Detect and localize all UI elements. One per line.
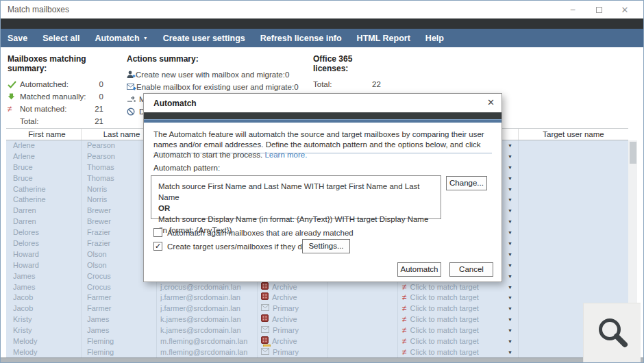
toolbar-item-select-all[interactable]: Select all — [42, 34, 79, 43]
cell-mailbox-type: Archive — [258, 292, 328, 303]
summary-row-enable-mailbox: Enable mailbox for existing user and mig… — [127, 81, 283, 93]
match-target-label: Click to match target — [410, 282, 479, 293]
dialog-description: The Automatch feature will automatch the… — [153, 129, 495, 160]
match-target-label: Click to match target — [410, 292, 479, 303]
cell-email: m.fleming@srcdomain.lan — [157, 347, 258, 358]
automatch-again-checkbox[interactable] — [153, 228, 162, 237]
cell-match-target[interactable]: ≠Click to match target▼ — [398, 292, 519, 303]
not-equal-icon: ≠ — [402, 336, 407, 347]
table-row[interactable]: MelodyFlemingm.fleming@srcdomain.lanPrim… — [6, 347, 628, 358]
summary-row-not-matched: ≠ Not matched: 21 — [8, 103, 103, 115]
create-target-checkbox[interactable]: ✓ — [153, 242, 162, 251]
cancel-button[interactable]: Cancel — [449, 262, 493, 277]
change-button[interactable]: Change... — [446, 176, 487, 190]
mailbox-type-label: Archive — [272, 282, 297, 293]
toolbar-item-create-user-settings[interactable]: Create user settings — [163, 34, 245, 43]
minimize-button[interactable]: – — [560, 1, 586, 18]
match-dropdown-icon[interactable]: ▼ — [508, 154, 512, 160]
summary-row-licenses-total: Total: 22 — [313, 78, 382, 90]
cell-last-name: James — [82, 314, 157, 325]
cell-match-target[interactable]: ≠Click to match target▼ — [398, 314, 519, 325]
match-dropdown-icon[interactable]: ▼ — [508, 219, 512, 225]
match-dropdown-icon[interactable]: ▼ — [508, 230, 512, 236]
cell-target-user-name — [519, 282, 628, 293]
cell-match-target[interactable]: ≠Click to match target▼ — [398, 336, 519, 347]
dialog-close-icon[interactable]: ✕ — [487, 97, 495, 108]
cell-first-name: Jacob — [6, 292, 82, 303]
cell-first-name: Delores — [6, 238, 82, 249]
archive-mailbox-icon — [261, 336, 269, 344]
summary-row-automatched: Automatched: 0 — [8, 78, 103, 90]
match-dropdown-icon[interactable]: ▼ — [508, 176, 512, 182]
mailbox-type-label: Primary — [273, 303, 299, 314]
toolbar-item-refresh-license-info[interactable]: Refresh license info — [260, 34, 342, 43]
scrollbar-thumb[interactable] — [630, 142, 636, 164]
match-dropdown-icon[interactable]: ▼ — [508, 208, 512, 214]
column-header-target-user-name[interactable]: Target user name — [519, 129, 628, 140]
settings-button[interactable]: Settings... — [302, 239, 350, 253]
cell-match-target[interactable]: ≠Click to match target▼ — [398, 282, 519, 293]
match-dropdown-icon[interactable]: ▼ — [508, 295, 512, 301]
cell-email: k.james@srcdomain.lan — [157, 325, 258, 336]
match-dropdown-icon[interactable]: ▼ — [508, 241, 512, 247]
match-dropdown-icon[interactable]: ▼ — [508, 306, 512, 312]
column-header-first-name[interactable]: First name — [6, 129, 82, 140]
toolbar-item-help[interactable]: Help — [425, 34, 444, 43]
table-row[interactable]: KristyJamesk.james@srcdomain.lanArchive≠… — [6, 314, 628, 325]
toolbar-item-html-report[interactable]: HTML Report — [357, 34, 410, 43]
match-dropdown-icon[interactable]: ▼ — [508, 143, 512, 149]
table-row[interactable]: JamesCrocusj.crocus@srcdomain.lanArchive… — [6, 282, 628, 293]
primary-mailbox-icon — [261, 347, 269, 358]
match-dropdown-icon[interactable]: ▼ — [508, 252, 512, 258]
toolbar-item-automatch[interactable]: Automatch▼ — [95, 34, 147, 43]
pattern-or: OR — [158, 203, 434, 214]
cell-last-name: Farmer — [82, 292, 157, 303]
cell-mailbox-type: Archive — [258, 282, 328, 293]
cell-match-target[interactable]: ≠Click to match target▼ — [398, 325, 519, 336]
match-target-label: Click to match target — [410, 303, 479, 314]
table-row[interactable]: KristyJamesk.james@srcdomain.lanPrimary≠… — [6, 325, 628, 336]
table-row[interactable]: JacobFarmerj.farmer@srcdomain.lanPrimary… — [6, 303, 628, 314]
table-row[interactable]: JacobFarmerj.farmer@srcdomain.lanArchive… — [6, 292, 628, 303]
cell-match-target[interactable]: ≠Click to match target▼ — [398, 347, 519, 358]
table-row[interactable]: MelodyFlemingm.fleming@srcdomain.lanArch… — [6, 336, 628, 347]
licenses-summary-title: Office 365 licenses: — [313, 54, 382, 73]
summary-row-create-new-user: Create new user with mailbox and migrate… — [127, 68, 283, 81]
learn-more-link[interactable]: Learn more. — [264, 151, 307, 159]
cell-spacer — [328, 314, 398, 325]
match-dropdown-icon[interactable]: ▼ — [508, 317, 512, 323]
cell-first-name: Catherine — [6, 184, 82, 195]
match-dropdown-icon[interactable]: ▼ — [508, 274, 512, 279]
maximize-button[interactable] — [586, 1, 612, 18]
cell-spacer — [328, 325, 398, 336]
match-dropdown-icon[interactable]: ▼ — [508, 350, 512, 355]
not-equal-icon: ≠ — [402, 282, 407, 293]
matching-summary: Mailboxes matching summary: Automatched:… — [8, 54, 103, 127]
match-dropdown-icon[interactable]: ▼ — [508, 263, 512, 268]
cell-first-name: James — [6, 271, 82, 282]
cell-first-name: Melody — [6, 347, 82, 358]
not-equal-icon: ≠ — [402, 314, 407, 325]
mailbox-type-label: Primary — [273, 347, 299, 358]
titlebar: Match mailboxes – ✕ — [1, 1, 643, 18]
pattern-label: Automatch pattern: — [153, 164, 220, 172]
cell-first-name: Kristy — [6, 314, 82, 325]
match-dropdown-icon[interactable]: ▼ — [508, 328, 512, 334]
match-dropdown-icon[interactable]: ▼ — [508, 165, 512, 171]
window-controls: – ✕ — [560, 1, 638, 18]
cell-match-target[interactable]: ≠Click to match target▼ — [398, 303, 519, 314]
close-button[interactable]: ✕ — [612, 1, 638, 18]
match-dropdown-icon[interactable]: ▼ — [508, 197, 512, 203]
match-dropdown-icon[interactable]: ▼ — [508, 187, 512, 192]
mailbox-plus-icon — [127, 83, 136, 91]
cell-mailbox-type: Primary — [258, 303, 328, 314]
automatch-button[interactable]: Automatch — [397, 262, 441, 277]
not-equal-icon: ≠ — [8, 104, 20, 114]
match-dropdown-icon[interactable]: ▼ — [508, 339, 512, 345]
magnifier-overlay[interactable] — [583, 303, 641, 362]
toolbar-item-save[interactable]: Save — [8, 34, 27, 43]
automatch-again-checkbox-row: Automatch again mailboxes that are alrea… — [153, 228, 354, 237]
cell-spacer — [328, 347, 398, 358]
match-dropdown-icon[interactable]: ▼ — [508, 285, 512, 290]
primary-mailbox-icon — [261, 304, 269, 311]
